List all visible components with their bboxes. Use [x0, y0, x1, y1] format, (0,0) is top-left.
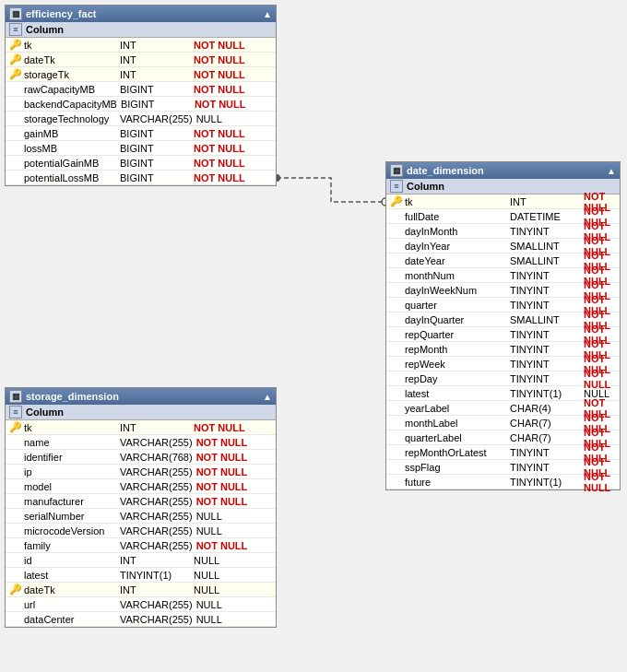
col-name: future: [405, 477, 506, 488]
column-header-icon: ≡: [390, 180, 403, 193]
col-null: NOT NULL: [580, 368, 616, 390]
table-row: 🔑 tk INT NOT NULL: [6, 420, 276, 435]
table-row: family VARCHAR(255) NOT NULL: [6, 538, 276, 553]
col-type: VARCHAR(255): [116, 481, 193, 492]
col-name: tk: [405, 196, 506, 207]
col-null: NOT NULL: [191, 99, 272, 110]
col-null: NULL: [193, 511, 272, 522]
pk-icon: 🔑: [390, 195, 403, 208]
table-icon: ▦: [9, 7, 22, 20]
col-name: fullDate: [405, 211, 506, 222]
col-name: repQuarter: [405, 329, 506, 340]
no-icon: [9, 451, 22, 464]
col-type: VARCHAR(255): [116, 466, 193, 477]
no-icon: [390, 387, 403, 400]
no-icon: [9, 112, 22, 125]
col-type: CHAR(4): [506, 403, 580, 414]
no-icon: [390, 254, 403, 267]
storage-dimension-title-bar[interactable]: ▦ storage_dimension ▲: [6, 388, 276, 405]
col-type: CHAR(7): [506, 418, 580, 429]
col-name: family: [24, 540, 116, 551]
col-name: tk: [24, 422, 116, 433]
col-name: dayInQuarter: [405, 314, 506, 325]
date-dimension-title: date_dimension: [407, 165, 484, 176]
col-type: VARCHAR(255): [116, 614, 193, 625]
no-icon: [390, 446, 403, 459]
column-header-label: Column: [26, 24, 64, 35]
no-icon: [390, 417, 403, 430]
col-type: TINYINT: [506, 373, 580, 384]
no-icon: [9, 98, 22, 111]
no-icon: [390, 269, 403, 282]
col-type: TINYINT: [506, 300, 580, 311]
col-null: NOT NULL: [190, 84, 272, 95]
table-row: storageTechnology VARCHAR(255) NULL: [6, 112, 276, 126]
no-icon: [390, 476, 403, 489]
col-type: INT: [116, 40, 190, 51]
col-type: TINYINT: [506, 359, 580, 370]
col-name: latest: [24, 570, 116, 581]
col-null: NOT NULL: [193, 540, 272, 551]
col-type: SMALLINT: [506, 314, 580, 325]
col-name: dayInMonth: [405, 226, 506, 237]
table-row: gainMB BIGINT NOT NULL: [6, 126, 276, 141]
table-row: model VARCHAR(255) NOT NULL: [6, 479, 276, 494]
col-type: VARCHAR(255): [116, 525, 193, 536]
table-row: url VARCHAR(255) NULL: [6, 597, 276, 612]
col-null: NOT NULL: [193, 452, 272, 463]
table-row: name VARCHAR(255) NOT NULL: [6, 435, 276, 450]
table-row: serialNumber VARCHAR(255) NULL: [6, 509, 276, 524]
col-type: SMALLINT: [506, 241, 580, 252]
table-row: lossMB BIGINT NOT NULL: [6, 141, 276, 156]
col-type: TINYINT: [506, 226, 580, 237]
col-type: BIGINT: [116, 158, 190, 169]
col-type: TINYINT: [506, 344, 580, 355]
col-name: dataCenter: [24, 614, 116, 625]
col-name: dateTk: [24, 54, 116, 65]
col-type: INT: [116, 422, 190, 433]
no-icon: [390, 240, 403, 253]
table-row: latest TINYINT(1) NULL: [6, 568, 276, 583]
no-icon: [390, 210, 403, 223]
efficiency-fact-table: ▦ efficiency_fact ▲ ≡ Column 🔑 tk INT NO…: [5, 5, 277, 186]
storage-dimension-column-header: ≡ Column: [6, 405, 276, 420]
col-type: TINYINT(1): [506, 388, 580, 399]
col-type: INT: [116, 69, 190, 80]
table-row: id INT NULL: [6, 553, 276, 568]
col-type: VARCHAR(255): [116, 437, 193, 448]
no-icon: [390, 299, 403, 312]
date-dimension-title-bar[interactable]: ▦ date_dimension ▲: [386, 162, 620, 179]
table-icon: ▦: [9, 390, 22, 403]
no-icon: [9, 510, 22, 523]
col-type: VARCHAR(255): [116, 113, 193, 124]
col-type: TINYINT(1): [116, 570, 190, 581]
no-icon: [390, 402, 403, 415]
col-name: storageTk: [24, 69, 116, 80]
col-name: repMonth: [405, 344, 506, 355]
efficiency-fact-title: efficiency_fact: [26, 8, 96, 19]
col-type: CHAR(7): [506, 432, 580, 443]
efficiency-fact-title-bar[interactable]: ▦ efficiency_fact ▲: [6, 6, 276, 22]
col-type: BIGINT: [116, 128, 190, 139]
col-type: VARCHAR(255): [116, 496, 193, 507]
col-type: INT: [506, 196, 580, 207]
col-type: INT: [116, 584, 190, 595]
col-type: TINYINT: [506, 447, 580, 458]
col-null: NOT NULL: [190, 158, 272, 169]
no-icon: [9, 466, 22, 478]
no-icon: [9, 554, 22, 567]
storage-dimension-table: ▦ storage_dimension ▲ ≡ Column 🔑 tk INT …: [5, 387, 277, 628]
col-null: NOT NULL: [190, 69, 272, 80]
table-row: identifier VARCHAR(768) NOT NULL: [6, 450, 276, 465]
pk-icon: 🔑: [9, 53, 22, 66]
no-icon: [9, 171, 22, 184]
col-null: NOT NULL: [190, 128, 272, 139]
table-icon: ▦: [390, 164, 403, 177]
col-null: NULL: [190, 584, 272, 595]
no-icon: [390, 372, 403, 385]
col-name: monthNum: [405, 270, 506, 281]
title-arrow: ▲: [263, 392, 272, 402]
col-null: NULL: [190, 570, 272, 581]
col-type: VARCHAR(768): [116, 452, 193, 463]
col-type: INT: [116, 54, 190, 65]
